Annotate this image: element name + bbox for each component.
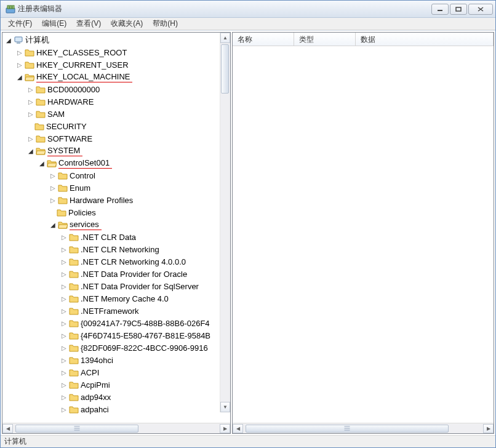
scroll-left-arrow[interactable]: ◀ (2, 424, 13, 433)
menu-favorites[interactable]: 收藏夹(A) (106, 17, 148, 30)
maximize-button[interactable] (450, 4, 467, 15)
expander-icon[interactable]: ▷ (60, 282, 68, 290)
tree-node-controlset001[interactable]: ◢ ControlSet001 (2, 157, 220, 169)
tree-node-service[interactable]: ▷{009241A7-79C5-488B-88B6-026F4 (2, 317, 220, 329)
tree-label: Hardware Profiles (70, 195, 133, 206)
scroll-thumb-vertical[interactable] (221, 44, 229, 94)
tree-vertical-scrollbar[interactable]: ▲ ▼ (220, 33, 230, 412)
expander-icon[interactable]: ◢ (16, 73, 23, 81)
tree-node-hwprofiles[interactable]: ▷ Hardware Profiles (2, 194, 220, 206)
tree-node-service[interactable]: ▷.NET CLR Networking (2, 243, 220, 255)
svg-rect-2 (10, 6, 12, 9)
expander-icon[interactable]: ▷ (60, 406, 68, 413)
expander-icon[interactable]: ▷ (60, 344, 68, 351)
tree-node-service[interactable]: ▷AcpiPmi (2, 378, 220, 391)
folder-icon (69, 294, 79, 303)
tree-node-sam[interactable]: ▷ SAM (2, 108, 220, 120)
expander-icon[interactable]: ▷ (60, 307, 68, 314)
list-horizontal-scrollbar[interactable]: ◀ ▶ (233, 423, 494, 433)
folder-open-icon (58, 220, 68, 230)
tree-node-hkcr[interactable]: ▷ HKEY_CLASSES_ROOT (2, 46, 220, 58)
tree-horizontal-scrollbar[interactable]: ◀ ▶ (2, 423, 230, 433)
scroll-right-arrow[interactable]: ▶ (483, 424, 494, 433)
tree-label: HKEY_LOCAL_MACHINE (36, 71, 132, 82)
tree-node-bcd[interactable]: ▷ BCD00000000 (2, 83, 220, 95)
expander-icon[interactable]: ▷ (49, 196, 57, 204)
folder-icon (69, 392, 79, 402)
tree-label: BCD00000000 (47, 84, 100, 95)
expander-icon[interactable]: ▷ (60, 332, 68, 339)
tree-label: .NET Memory Cache 4.0 (81, 294, 169, 304)
tree-node-service[interactable]: ▷adpahci (2, 403, 220, 415)
scroll-left-arrow[interactable]: ◀ (233, 424, 243, 433)
tree-node-hkcu[interactable]: ▷ HKEY_CURRENT_USER (2, 58, 220, 71)
tree-node-system[interactable]: ◢ SYSTEM (2, 145, 220, 157)
expander-icon[interactable]: ▷ (60, 381, 68, 388)
expander-icon[interactable]: ▷ (27, 135, 34, 142)
expander-icon[interactable]: ▷ (27, 86, 34, 93)
tree-node-service[interactable]: ▷.NET Data Provider for SqlServer (2, 280, 220, 292)
tree-node-service[interactable]: ▷.NET Memory Cache 4.0 (2, 292, 220, 305)
expander-icon[interactable]: ▷ (60, 369, 68, 376)
tree-node-enum[interactable]: ▷ Enum (2, 182, 220, 194)
expander-icon[interactable]: ▷ (27, 98, 34, 105)
tree-node-service[interactable]: ▷.NET CLR Data (2, 231, 220, 243)
expander-icon[interactable]: ▷ (27, 110, 34, 118)
tree-node-policies[interactable]: Policies (2, 206, 220, 218)
expander-icon[interactable]: ◢ (49, 221, 57, 228)
expander-icon[interactable]: ▷ (16, 61, 23, 68)
tree-node-hardware[interactable]: ▷ HARDWARE (2, 95, 220, 108)
menu-view[interactable]: 查看(V) (71, 17, 106, 30)
column-header-name[interactable]: 名称 (233, 33, 294, 46)
expander-icon[interactable]: ▷ (60, 270, 68, 278)
scroll-thumb-horizontal[interactable] (15, 425, 138, 433)
tree-node-software[interactable]: ▷ SOFTWARE (2, 132, 220, 145)
scroll-thumb-horizontal[interactable] (246, 425, 449, 433)
close-button[interactable] (468, 4, 493, 15)
tree-node-control[interactable]: ▷ Control (2, 169, 220, 182)
expander-icon[interactable]: ▷ (60, 233, 68, 241)
folder-icon (69, 244, 79, 254)
tree-node-service[interactable]: ▷1394ohci (2, 354, 220, 366)
menu-edit[interactable]: 编辑(E) (37, 17, 71, 30)
expander-icon[interactable]: ◢ (5, 36, 12, 44)
folder-icon (57, 207, 66, 217)
tree-node-service[interactable]: ▷.NET Data Provider for Oracle (2, 268, 220, 280)
expander-icon[interactable]: ▷ (60, 356, 68, 364)
expander-icon[interactable]: ▷ (49, 172, 57, 179)
svg-rect-3 (12, 6, 14, 9)
expander-icon[interactable]: ▷ (60, 393, 68, 401)
expander-icon[interactable]: ▷ (16, 49, 23, 56)
tree-node-service[interactable]: ▷ACPI (2, 366, 220, 378)
tree-node-security[interactable]: SECURITY (2, 120, 220, 132)
tree-node-services[interactable]: ◢ services (2, 218, 220, 231)
tree-node-computer[interactable]: ◢ 计算机 (2, 34, 220, 46)
scroll-right-arrow[interactable]: ▶ (220, 424, 230, 433)
expander-icon[interactable]: ▷ (49, 184, 57, 191)
tree-node-service[interactable]: ▷adp94xx (2, 391, 220, 403)
expander-icon[interactable]: ◢ (27, 147, 34, 154)
folder-icon (34, 121, 44, 131)
tree-node-service[interactable]: ▷{82DF069F-822C-4BCC-9906-9916 (2, 342, 220, 354)
folder-icon (58, 170, 68, 180)
column-header-type[interactable]: 类型 (294, 33, 356, 46)
tree-label: Control (70, 170, 95, 181)
scroll-down-arrow[interactable]: ▼ (220, 402, 230, 412)
list-body[interactable] (233, 46, 494, 423)
registry-tree[interactable]: ◢ 计算机 ▷ HKEY_CLASSES_ROOT ▷ HKEY_CURRENT… (2, 34, 230, 415)
tree-node-service[interactable]: ▷{4F6D7415-E580-4767-B81E-9584B (2, 329, 220, 342)
tree-node-service[interactable]: ▷.NET CLR Networking 4.0.0.0 (2, 255, 220, 268)
tree-node-hklm[interactable]: ◢ HKEY_LOCAL_MACHINE (2, 71, 220, 83)
tree-label: .NET CLR Networking 4.0.0.0 (81, 257, 186, 267)
minimize-button[interactable] (431, 4, 449, 15)
expander-icon[interactable]: ◢ (38, 159, 46, 167)
column-header-data[interactable]: 数据 (356, 33, 494, 46)
expander-icon[interactable]: ▷ (60, 246, 68, 253)
expander-icon[interactable]: ▷ (60, 319, 68, 327)
tree-node-service[interactable]: ▷.NETFramework (2, 305, 220, 317)
expander-icon[interactable]: ▷ (60, 295, 68, 302)
expander-icon[interactable]: ▷ (60, 258, 68, 265)
menu-help[interactable]: 帮助(H) (148, 17, 183, 30)
menu-file[interactable]: 文件(F) (3, 17, 37, 30)
scroll-up-arrow[interactable]: ▲ (220, 33, 230, 43)
